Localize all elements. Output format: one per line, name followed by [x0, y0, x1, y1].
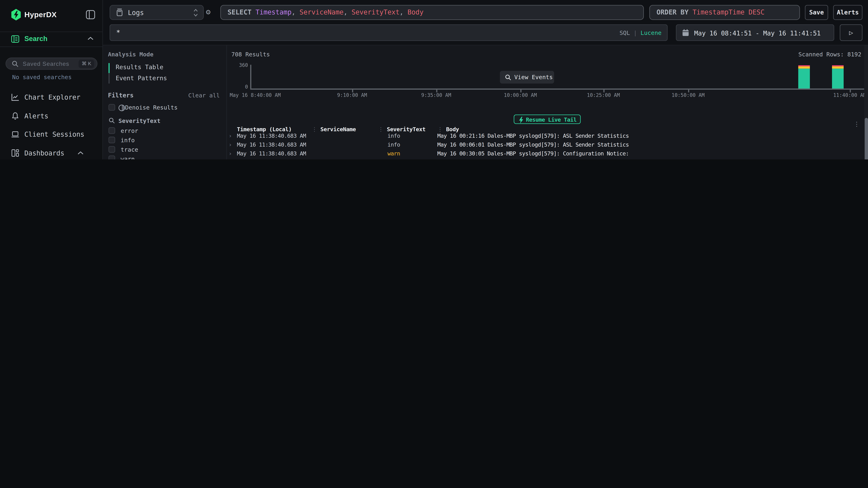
bar-segment-info — [798, 69, 810, 89]
severity-field-label: SeverityText — [119, 117, 160, 124]
search-icon — [11, 60, 19, 68]
log-rows: ›May 16 11:38:40.683 AMinfoMay 16 00:21:… — [227, 133, 864, 159]
filter-option-label: info — [121, 137, 134, 143]
filter-option-warn[interactable]: warn — [103, 155, 227, 159]
denoise-checkbox[interactable] — [108, 104, 115, 111]
tab-analysis-mode[interactable]: Results Table — [108, 62, 222, 73]
sidebar-item-dashboards[interactable]: Dashboards — [0, 148, 103, 159]
filter-option-label: trace — [121, 146, 138, 153]
saved-searches-input[interactable]: Saved Searches ⌘ K — [6, 58, 97, 70]
x-axis-tick — [603, 90, 604, 92]
calendar-icon — [682, 29, 689, 36]
x-axis-tick — [436, 90, 437, 92]
sidebar-item-label: Dashboards — [24, 150, 64, 157]
table-row[interactable]: ›May 16 11:38:40.683 AMwarnMay 16 00:30:… — [227, 151, 864, 159]
row-body: May 16 00:30:05 Dales-MBP syslogd[579]: … — [437, 151, 864, 159]
histogram-bar[interactable] — [798, 65, 810, 89]
order-by-editor[interactable]: ORDER BY TimestampTime DESC — [649, 5, 800, 20]
checkbox[interactable] — [108, 127, 115, 134]
row-expand-chevron-icon[interactable]: › — [228, 151, 237, 159]
dashboard-grid-icon — [11, 149, 19, 157]
denoise-label: Denoise Results — [125, 104, 178, 111]
lucene-mode-label[interactable]: Lucene — [641, 29, 661, 36]
time-range-picker[interactable]: May 16 08:41:51 - May 16 11:41:51 — [676, 24, 834, 41]
table-row[interactable]: ›May 16 11:38:40.683 AMinfoMay 16 00:21:… — [227, 133, 864, 142]
chevron-up-icon[interactable] — [78, 151, 84, 155]
time-range-value: May 16 08:41:51 - May 16 11:41:51 — [694, 29, 820, 37]
no-saved-searches-text: No saved searches — [12, 73, 72, 80]
bell-icon — [11, 112, 19, 120]
resume-live-tail-button[interactable]: Resume Live Tail — [514, 115, 581, 124]
histogram-bar[interactable] — [832, 65, 844, 89]
sql-column: SeverityText — [351, 8, 399, 16]
scrollbar[interactable] — [864, 45, 868, 159]
denoise-icon — [118, 104, 126, 112]
row-service — [312, 142, 388, 151]
run-query-button[interactable]: ▷ — [840, 24, 863, 41]
analysis-modes: Results TableEvent Patterns — [108, 62, 222, 84]
topbar: Logs ⚙ SELECT Timestamp, ServiceName, Se… — [103, 0, 868, 45]
sql-mode-label[interactable]: SQL — [620, 29, 630, 36]
source-select[interactable]: Logs — [110, 5, 204, 20]
x-axis-tick-label: 9:10:00 AM — [337, 92, 367, 98]
row-body: May 16 00:06:01 Dales-MBP syslogd[579]: … — [437, 142, 864, 151]
filter-option-label: warn — [121, 156, 134, 159]
sql-column: Body — [408, 8, 424, 16]
results-count: 708 Results — [231, 51, 270, 58]
row-severity: info — [388, 133, 437, 142]
source-settings-gear-icon[interactable]: ⚙ — [206, 8, 211, 15]
sql-select-editor[interactable]: SELECT Timestamp, ServiceName, SeverityT… — [220, 5, 644, 20]
x-axis-tick-label: 10:25:00 AM — [587, 92, 620, 98]
scrollbar-thumb[interactable] — [864, 118, 868, 159]
sidebar-item-chart-explorer[interactable]: Chart Explorer — [0, 92, 103, 103]
x-axis-line — [250, 89, 868, 90]
checkbox[interactable] — [108, 137, 115, 143]
row-timestamp: May 16 11:38:40.683 AM — [237, 142, 312, 151]
filter-option-label: error — [121, 127, 138, 134]
x-axis-tick — [352, 90, 353, 92]
scanned-rows: Scanned Rows: 8192 — [798, 51, 861, 58]
sidebar-item-client-sessions[interactable]: Client Sessions — [0, 129, 103, 140]
row-severity: warn — [388, 151, 437, 159]
view-events-button[interactable]: View Events — [500, 71, 554, 84]
sidebar-item-search[interactable]: Search — [0, 32, 103, 46]
sidebar-item-search-label: Search — [24, 35, 48, 43]
alerts-button[interactable]: Alerts — [833, 5, 862, 20]
x-axis-tick — [521, 90, 521, 92]
row-body: May 16 00:21:16 Dales-MBP syslogd[579]: … — [437, 133, 864, 142]
save-button[interactable]: Save — [805, 5, 828, 20]
row-service — [312, 133, 388, 142]
column-grip-icon[interactable]: ⋮ — [437, 126, 443, 132]
checkbox[interactable] — [108, 146, 115, 153]
filter-option-info[interactable]: info — [103, 136, 227, 145]
tab-analysis-mode[interactable]: Event Patterns — [108, 73, 222, 84]
view-events-label: View Events — [514, 73, 553, 80]
results-area: 708 Results Scanned Rows: 8192 360 0 May… — [227, 45, 868, 159]
sidebar-item-alerts[interactable]: Alerts — [0, 110, 103, 122]
chevron-up-icon[interactable] — [88, 36, 94, 40]
query-language-toggle[interactable]: SQL | Lucene — [620, 29, 661, 36]
x-axis-tick-label: 10:50:00 AM — [672, 92, 705, 98]
y-axis-tick-label: 0 — [229, 84, 248, 90]
table-row[interactable]: ›May 16 11:38:40.683 AMinfoMay 16 00:06:… — [227, 142, 864, 151]
column-grip-icon[interactable]: ⋮ — [312, 126, 317, 132]
search-section-icon — [11, 35, 19, 43]
search-icon[interactable] — [108, 117, 115, 124]
x-axis-tick-label: 11:40:00 AM — [833, 92, 866, 98]
hyperdx-app: HyperDX Search Saved Searches ⌘ K No sav… — [0, 0, 868, 159]
row-expand-chevron-icon[interactable]: › — [228, 133, 237, 142]
laptop-icon — [11, 130, 19, 138]
denoise-filter[interactable]: Denoise Results — [103, 103, 227, 112]
filter-option-trace[interactable]: trace — [103, 145, 227, 154]
clear-all-button[interactable]: Clear all — [188, 92, 220, 98]
row-expand-chevron-icon[interactable]: › — [228, 142, 237, 151]
database-icon — [116, 8, 124, 17]
column-grip-icon[interactable]: ⋮ — [378, 126, 383, 132]
bar-segment-warn — [798, 66, 810, 69]
sidebar-collapse-icon[interactable] — [86, 10, 96, 20]
y-axis-line — [250, 65, 251, 89]
checkbox[interactable] — [108, 156, 115, 159]
sidebar-item-label: Chart Explorer — [24, 93, 81, 101]
query-search-input[interactable]: * SQL | Lucene — [110, 24, 668, 41]
filter-option-error[interactable]: error — [103, 127, 227, 135]
